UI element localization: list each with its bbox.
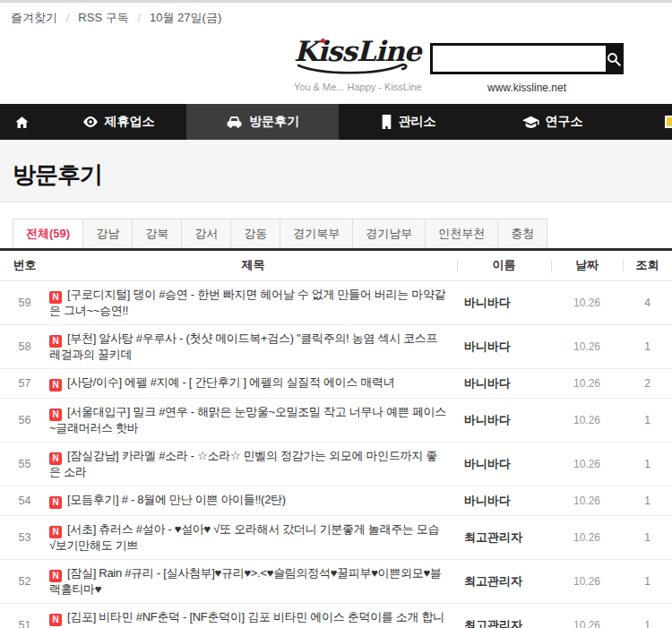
col-title: 제목 <box>49 251 457 280</box>
new-badge: N <box>49 379 62 391</box>
row-date: 10.26 <box>551 368 623 398</box>
row-title[interactable]: N[김포] 비타민 #NF춘덕 - [NF춘덕이] 김포 비타민 에이스 춘덕이… <box>49 603 457 628</box>
row-views: 2 <box>623 368 672 398</box>
logo-tagline: You & Me... Happy - KissLine <box>294 82 412 92</box>
title-text: [모듬후기] # - 8월에 만난 이쁜 아이들!!(2탄) <box>67 493 286 506</box>
board-rows: 59 N[구로디지털] 댕이 #승연 - 한번 빠지면 헤어날 수 없게 만들어… <box>0 280 672 628</box>
table-row: 57 N[사당/이수] 에펠 #지예 - [ 간단후기 ] 에펠의 실질적 에이… <box>0 368 672 398</box>
row-title[interactable]: N[부천] 알사탕 #우루사 - (첫샷 메이드복+검스) "클릭주의! 농염 … <box>49 324 457 368</box>
row-author[interactable]: 바니바다 <box>457 442 551 486</box>
row-title[interactable]: N[사당/이수] 에펠 #지예 - [ 간단후기 ] 에펠의 실질적 에이스 매… <box>49 368 457 398</box>
title-text: [잠실] Rain #규리 - [실사첨부]♥규리♥>.<♥슬림의정석♥꿀피부♥… <box>49 566 442 596</box>
row-title[interactable]: N[구로디지털] 댕이 #승연 - 한번 빠지면 헤어날 수 없게 만들어 버리… <box>49 280 457 324</box>
region-tab[interactable]: 경기북부 <box>280 219 353 248</box>
search-input[interactable] <box>433 46 606 72</box>
title-text: [부천] 알사탕 #우루사 - (첫샷 메이드복+검스) "클릭주의! 농염 섹… <box>49 331 437 361</box>
nav-item-partners[interactable]: 제휴업소 <box>50 104 186 140</box>
row-views: 1 <box>623 486 672 515</box>
nav-item-home[interactable] <box>0 104 50 140</box>
search-button[interactable] <box>606 46 622 72</box>
row-date: 10.26 <box>551 486 623 515</box>
row-date: 10.26 <box>551 442 623 486</box>
row-title[interactable]: N[잠실] Rain #규리 - [실사첨부]♥규리♥>.<♥슬림의정석♥꿀피부… <box>49 559 457 603</box>
row-title[interactable]: N[서초] 츄러스 #설아 - ♥설아♥ √또 오라해서 갔더니 기분좋게 놀래… <box>49 515 457 559</box>
table-row: 52 N[잠실] Rain #규리 - [실사첨부]♥규리♥>.<♥슬림의정석♥… <box>0 559 672 603</box>
site-url: www.kissline.net <box>430 82 624 94</box>
separator: / <box>66 12 69 24</box>
row-author[interactable]: 바니바다 <box>457 324 551 368</box>
table-row: 56 N[서울대입구] 밀크 #연우 - 해맑은 눈망울~오밀조밀 작고 너무나… <box>0 398 672 442</box>
region-tab[interactable]: 전체(59) <box>13 219 83 248</box>
review-board-table: 번호 제목 이름 날짜 조회 59 N[구로디지털] 댕이 #승연 - 한번 빠… <box>0 251 672 628</box>
separator: / <box>138 12 141 24</box>
row-date: 10.26 <box>551 398 623 442</box>
row-number: 57 <box>0 368 49 398</box>
row-number: 54 <box>0 486 49 515</box>
row-views: 1 <box>623 515 672 559</box>
new-badge: N <box>49 291 62 304</box>
row-title[interactable]: N[잠실강남] 카라멜 #소라 - ☆소라☆ 민벨의 정감가는 외모에 마인드까… <box>49 442 457 486</box>
region-tab[interactable]: 강남 <box>82 219 133 248</box>
col-date: 날짜 <box>551 251 623 280</box>
col-name: 이름 <box>457 251 551 280</box>
row-author[interactable]: 바니바다 <box>457 368 551 398</box>
search-icon <box>606 51 622 67</box>
row-author[interactable]: 최고관리자 <box>457 603 551 628</box>
col-number: 번호 <box>0 251 49 280</box>
title-text: [사당/이수] 에펠 #지예 - [ 간단후기 ] 에펠의 실질적 에이스 매력… <box>67 375 394 389</box>
title-text: [잠실강남] 카라멜 #소라 - ☆소라☆ 민벨의 정감가는 외모에 마인드까지… <box>49 449 437 478</box>
top-utility-bar: 즐겨찾기 / RSS 구독 / 10월 27일(금) <box>0 3 672 32</box>
new-badge: N <box>49 496 62 509</box>
rss-link[interactable]: RSS 구독 <box>78 10 128 26</box>
table-row: 55 N[잠실강남] 카라멜 #소라 - ☆소라☆ 민벨의 정감가는 외모에 마… <box>0 442 672 486</box>
row-number: 56 <box>0 398 49 442</box>
nav-item-reviews[interactable]: 방문후기 <box>186 104 339 140</box>
title-text: [김포] 비타민 #NF춘덕 - [NF춘덕이] 김포 비타민 에이스 춘덕이를… <box>49 610 444 628</box>
main-nav: 제휴업소 방문후기 관리소 연구소 <box>0 104 672 140</box>
row-author[interactable]: 바니바다 <box>457 486 551 515</box>
nav-label: 관리소 <box>399 114 436 130</box>
row-views: 1 <box>623 603 672 628</box>
page-title-band: 방문후기 <box>0 140 672 202</box>
row-date: 10.26 <box>551 324 623 368</box>
home-icon <box>14 115 30 130</box>
row-views: 1 <box>623 559 672 603</box>
title-text: [서울대입구] 밀크 #연우 - 해맑은 눈망울~오밀조밀 작고 너무나 예쁜 … <box>49 405 446 434</box>
partial-menu-icon[interactable] <box>665 116 672 128</box>
region-tab[interactable]: 강북 <box>132 219 182 248</box>
new-badge: N <box>49 614 62 626</box>
region-tab[interactable]: 인천부천 <box>425 219 498 248</box>
row-author[interactable]: 최고관리자 <box>457 515 551 559</box>
graduation-cap-icon <box>522 116 539 129</box>
region-tabs: 전체(59) 강남 강북 강서 강동 경기북부 경기남부 인천부천 충청 <box>13 219 672 248</box>
row-views: 1 <box>623 324 672 368</box>
new-badge: N <box>49 335 62 348</box>
row-views: 1 <box>623 442 672 486</box>
row-author[interactable]: 최고관리자 <box>457 559 551 603</box>
new-badge: N <box>49 526 62 538</box>
site-logo[interactable]: KissLine You & Me... Happy - KissLine <box>294 38 412 92</box>
region-tab[interactable]: 경기남부 <box>352 219 426 248</box>
col-views: 조회 <box>623 251 672 280</box>
logo-text: KissLine <box>294 38 420 65</box>
row-date: 10.26 <box>551 280 623 324</box>
row-author[interactable]: 바니바다 <box>457 280 551 324</box>
table-row: 53 N[서초] 츄러스 #설아 - ♥설아♥ √또 오라해서 갔더니 기분좋게… <box>0 515 672 559</box>
row-date: 10.26 <box>551 515 623 559</box>
row-title[interactable]: N[서울대입구] 밀크 #연우 - 해맑은 눈망울~오밀조밀 작고 너무나 예쁜… <box>49 398 457 442</box>
favorites-link[interactable]: 즐겨찾기 <box>11 10 57 26</box>
nav-item-lab[interactable]: 연구소 <box>478 104 627 140</box>
new-badge: N <box>49 409 62 421</box>
title-text: [구로디지털] 댕이 #승연 - 한번 빠지면 헤어날 수 없게 만들어 버리는… <box>49 288 445 317</box>
region-tab[interactable]: 강동 <box>230 219 280 248</box>
nav-item-office[interactable]: 관리소 <box>339 104 478 140</box>
region-tab[interactable]: 강서 <box>181 219 231 248</box>
row-title[interactable]: N[모듬후기] # - 8월에 만난 이쁜 아이들!!(2탄) <box>49 486 457 515</box>
region-tab[interactable]: 충청 <box>497 219 547 248</box>
table-row: 58 N[부천] 알사탕 #우루사 - (첫샷 메이드복+검스) "클릭주의! … <box>0 324 672 368</box>
row-number: 55 <box>0 442 49 486</box>
table-row: 51 N[김포] 비타민 #NF춘덕 - [NF춘덕이] 김포 비타민 에이스 … <box>0 603 672 628</box>
row-number: 51 <box>0 603 49 628</box>
board-header-row: 번호 제목 이름 날짜 조회 <box>0 251 672 280</box>
row-author[interactable]: 바니바다 <box>457 398 551 442</box>
